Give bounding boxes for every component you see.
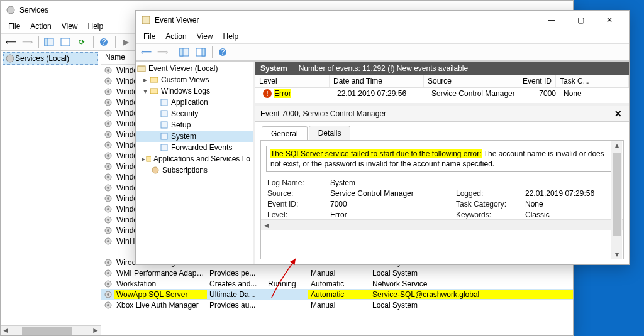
back-btn[interactable]: ⟸ — [3, 35, 18, 49]
detail-close-icon[interactable]: ✕ — [613, 109, 624, 119]
field-label: Event ID: — [267, 200, 330, 209]
svg-rect-62 — [161, 111, 167, 117]
close-btn[interactable]: ✕ — [595, 11, 624, 30]
svg-point-46 — [107, 283, 109, 285]
service-row[interactable]: WMI Performance AdapterProvides pe...Man… — [101, 268, 573, 278]
svg-rect-53 — [180, 48, 183, 56]
refresh-btn[interactable]: ⟳ — [74, 35, 89, 49]
show-hide-btn[interactable] — [42, 35, 57, 49]
ev-menu-view[interactable]: View — [192, 31, 218, 42]
gh-task[interactable]: Task C... — [556, 75, 629, 87]
gh-eventid[interactable]: Event ID — [518, 75, 556, 87]
service-row[interactable]: Xbox Live Auth ManagerProvides au...Manu… — [101, 300, 573, 310]
ev-menu-file[interactable]: File — [138, 31, 160, 42]
chevron-down-icon[interactable]: ▾ — [141, 87, 150, 95]
ev-tree-root[interactable]: Event Viewer (Local) — [136, 63, 253, 74]
gh-level[interactable]: Level — [255, 75, 330, 87]
ev-tree-security[interactable]: Security — [136, 108, 253, 119]
svg-rect-3 — [61, 38, 70, 46]
props-btn[interactable] — [58, 35, 73, 49]
fwd-btn[interactable]: ⟹ — [19, 35, 35, 49]
ev-tree-forwarded-events[interactable]: Forwarded Events — [136, 142, 253, 153]
service-icon — [104, 66, 113, 75]
ev-tree-appservices[interactable]: ▸Applications and Services Lo — [136, 153, 253, 165]
service-icon — [104, 226, 113, 235]
field-value: 22.01.2019 07:29:56 — [525, 189, 617, 198]
ev-showhide-btn[interactable] — [177, 45, 192, 59]
service-icon — [104, 98, 113, 107]
ev-pane-btn[interactable] — [193, 45, 208, 59]
help-btn[interactable]: ? — [96, 35, 111, 49]
event-detail-header: Event 7000, Service Control Manager ✕ — [255, 106, 629, 122]
svg-rect-58 — [138, 66, 145, 72]
detail-hscroll[interactable]: ◄ ► — [261, 219, 623, 230]
maximize-btn[interactable]: ▢ — [566, 11, 595, 30]
svg-point-67 — [152, 167, 158, 173]
ev-tree-winlogs-label: Windows Logs — [161, 87, 210, 95]
field-label: Logged: — [456, 189, 525, 198]
gh-datetime[interactable]: Date and Time — [330, 75, 424, 87]
svg-rect-60 — [150, 89, 158, 94]
ev-tree-winlogs[interactable]: ▾Windows Logs — [136, 85, 253, 97]
event-task: None — [560, 89, 629, 98]
ev-fwd-btn[interactable]: ⟹ — [155, 45, 170, 59]
detail-vscroll[interactable]: ▴▾ — [611, 141, 622, 259]
svg-point-14 — [107, 101, 109, 104]
ev-titlebar[interactable]: Event Viewer — ▢ ✕ — [136, 11, 629, 30]
ev-back-btn[interactable]: ⟸ — [138, 45, 153, 59]
folder-icon — [150, 75, 158, 84]
svg-point-16 — [107, 112, 109, 114]
tree-hscroll[interactable]: ◄ ► — [1, 325, 101, 335]
gh-source[interactable]: Source — [424, 75, 518, 87]
scroll-left-icon[interactable]: ◄ — [261, 221, 272, 230]
service-icon — [104, 77, 113, 85]
field-label: Source: — [267, 189, 330, 198]
start-btn[interactable]: ▶ — [118, 35, 133, 49]
service-row[interactable]: WorkstationCreates and...RunningAutomati… — [101, 278, 573, 289]
tree-services-local[interactable]: Services (Local) — [3, 52, 98, 65]
svg-point-6 — [6, 55, 14, 62]
ev-tree-subs[interactable]: Subscriptions — [136, 165, 253, 176]
ev-menubar: File Action View Help — [136, 30, 629, 43]
service-name: Workstation — [114, 279, 207, 288]
svg-point-8 — [107, 69, 109, 72]
svg-point-48 — [107, 293, 109, 296]
service-icon — [104, 119, 113, 128]
chevron-right-icon[interactable]: ▸ — [141, 75, 150, 84]
service-logon: Local System — [370, 301, 573, 310]
ev-tree-application[interactable]: Application — [136, 97, 253, 108]
ev-menu-action[interactable]: Action — [160, 31, 191, 42]
event-row[interactable]: !Error 22.01.2019 07:29:56 Service Contr… — [255, 88, 629, 99]
tab-general[interactable]: General — [262, 126, 308, 141]
ev-tree-child-label: System — [171, 132, 196, 141]
svg-point-40 — [107, 240, 109, 242]
service-icon — [104, 301, 113, 310]
svg-rect-55 — [202, 48, 205, 56]
service-icon — [104, 109, 113, 117]
ev-toolbar: ⟸ ⟹ ? — [136, 43, 629, 61]
menu-view[interactable]: View — [57, 21, 83, 32]
ev-tree-custom[interactable]: ▸Custom Views — [136, 74, 253, 85]
ev-menu-help[interactable]: Help — [218, 31, 244, 42]
ev-tree-setup[interactable]: Setup — [136, 119, 253, 131]
event-message-line1: The SQLServer service failed to start du… — [270, 149, 482, 158]
ev-tree-system[interactable]: System — [136, 131, 253, 142]
svg-rect-51 — [142, 16, 150, 24]
service-name: WowApp SQL Server — [114, 290, 207, 299]
svg-point-34 — [107, 208, 109, 210]
service-row-highlighted[interactable]: WowApp SQL ServerUltimate Da...Automatic… — [101, 289, 573, 300]
subscriptions-icon — [151, 166, 160, 175]
tab-details[interactable]: Details — [309, 126, 351, 140]
service-icon — [104, 258, 113, 267]
menu-help[interactable]: Help — [83, 21, 109, 32]
field-value: Error — [330, 210, 456, 219]
svg-point-26 — [107, 165, 109, 168]
log-icon — [160, 98, 169, 107]
chevron-right-icon[interactable]: ▸ — [141, 154, 146, 163]
ev-count-label: Number of events: — [299, 64, 360, 73]
menu-file[interactable]: File — [3, 21, 25, 32]
menu-action[interactable]: Action — [25, 21, 56, 32]
service-icon — [104, 290, 113, 299]
minimize-btn[interactable]: — — [537, 11, 566, 30]
ev-help-btn[interactable]: ? — [215, 45, 230, 59]
